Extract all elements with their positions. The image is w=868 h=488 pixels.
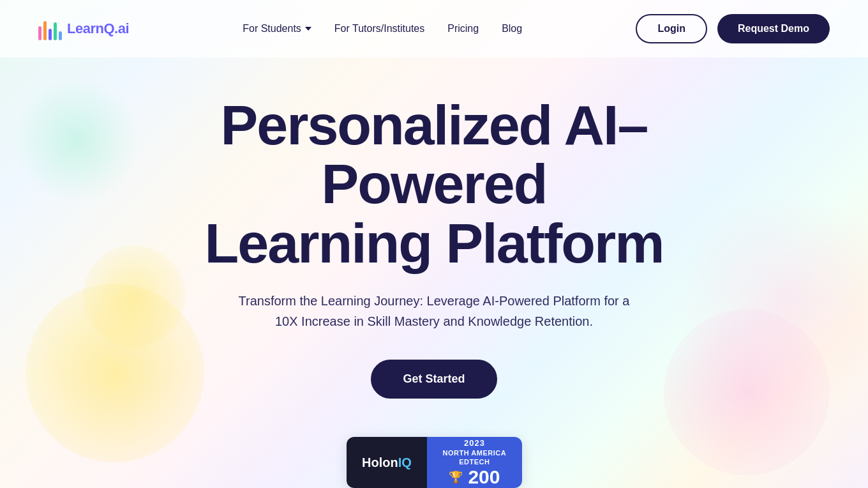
holon-number-row: 🏆 200: [449, 468, 500, 487]
holon-number: 200: [468, 468, 500, 487]
nav-item-blog[interactable]: Blog: [502, 23, 522, 34]
chevron-down-icon: [305, 27, 311, 31]
holon-badge-left: HolonIQ: [347, 437, 428, 488]
logo-text-main: LearnQ: [67, 20, 114, 36]
nav-item-for-tutors[interactable]: For Tutors/Institutes: [334, 23, 424, 34]
get-started-button[interactable]: Get Started: [371, 360, 497, 399]
nav-label-for-tutors: For Tutors/Institutes: [334, 23, 424, 34]
logo-bar-1: [38, 26, 41, 40]
nav-links: For Students For Tutors/Institutes Prici…: [243, 23, 522, 34]
holon-badge-right: 2023 NORTH AMERICA EDTECH 🏆 200: [427, 437, 521, 488]
hero-title: Personalized AI–Powered Learning Platfor…: [115, 96, 753, 273]
hero-section: Personalized AI–Powered Learning Platfor…: [0, 57, 868, 488]
request-demo-button[interactable]: Request Demo: [717, 14, 830, 43]
logo-bar-5: [59, 31, 62, 40]
holon-logo-text: HolonIQ: [362, 456, 412, 469]
nav-item-pricing[interactable]: Pricing: [447, 23, 479, 34]
logo-bar-3: [49, 29, 52, 40]
hero-title-line2: Learning Platform: [205, 211, 664, 275]
login-button[interactable]: Login: [636, 14, 707, 43]
navbar: LearnQ.ai For Students For Tutors/Instit…: [0, 0, 868, 57]
trophy-icon: 🏆: [449, 470, 463, 484]
hero-subtitle: Transform the Learning Journey: Leverage…: [236, 291, 632, 332]
logo-bar-2: [43, 21, 47, 40]
nav-link-blog[interactable]: Blog: [502, 23, 522, 34]
nav-label-for-students: For Students: [243, 23, 301, 34]
holon-badge: HolonIQ 2023 NORTH AMERICA EDTECH 🏆 200: [347, 437, 522, 488]
logo-link[interactable]: LearnQ.ai: [38, 17, 129, 40]
nav-link-for-tutors[interactable]: For Tutors/Institutes: [334, 23, 424, 34]
logo-bar-4: [54, 22, 57, 40]
nav-link-for-students[interactable]: For Students: [243, 23, 311, 34]
logo-text: LearnQ.ai: [67, 20, 129, 37]
nav-label-blog: Blog: [502, 23, 522, 34]
holon-text-main: Holon: [362, 455, 398, 469]
holon-region: NORTH AMERICA EDTECH: [441, 449, 507, 466]
holon-text-accent: IQ: [398, 455, 412, 469]
logo-icon: [38, 17, 62, 40]
nav-link-pricing[interactable]: Pricing: [447, 23, 479, 34]
hero-title-line1: Personalized AI–Powered: [221, 93, 648, 215]
nav-actions: Login Request Demo: [636, 14, 830, 43]
logo-text-suffix: .ai: [114, 20, 129, 36]
nav-item-for-students[interactable]: For Students: [243, 23, 311, 34]
holon-year: 2023: [464, 438, 485, 448]
nav-label-pricing: Pricing: [447, 23, 479, 34]
